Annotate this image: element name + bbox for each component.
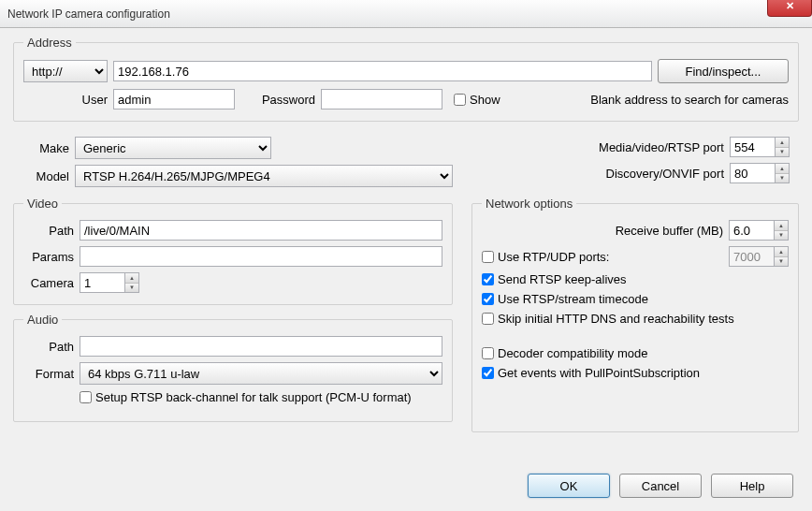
- backchannel-checkbox[interactable]: [80, 391, 92, 403]
- spinner-down-icon[interactable]: ▼: [125, 284, 138, 293]
- network-legend: Network options: [482, 197, 576, 211]
- help-button[interactable]: Help: [711, 474, 793, 498]
- video-path-label: Path: [23, 224, 74, 238]
- video-params-label: Params: [23, 250, 74, 264]
- onvif-port-label: Discovery/ONVIF port: [606, 167, 724, 181]
- spinner-down-icon[interactable]: ▼: [775, 231, 788, 241]
- audio-group: Audio Path Format 64 kbps G.711 u-law Se…: [13, 313, 453, 422]
- spinner-up-icon[interactable]: ▲: [776, 138, 789, 148]
- model-select[interactable]: RTSP H.264/H.265/MJPG/MPEG4: [75, 165, 453, 187]
- skip-dns-checkbox[interactable]: [482, 313, 494, 325]
- recv-buf-input[interactable]: [729, 220, 774, 241]
- spinner-up-icon[interactable]: ▲: [125, 273, 138, 284]
- make-label: Make: [22, 141, 69, 155]
- audio-path-label: Path: [23, 340, 74, 354]
- close-button[interactable]: ✕: [767, 0, 812, 17]
- spinner-down-icon: ▼: [775, 257, 788, 267]
- audio-format-label: Format: [23, 367, 74, 381]
- spinner-down-icon[interactable]: ▼: [776, 174, 789, 183]
- audio-path-input[interactable]: [80, 336, 442, 357]
- timecode-checkbox[interactable]: [482, 293, 494, 305]
- rtp-port-spinner: ▲▼: [729, 246, 789, 267]
- rtp-port-input: [729, 246, 774, 267]
- spinner-up-icon[interactable]: ▲: [775, 221, 788, 231]
- video-camera-label: Camera: [23, 276, 74, 290]
- keepalive-checkbox-label[interactable]: Send RTSP keep-alives: [482, 272, 627, 286]
- rtsp-port-input[interactable]: [730, 137, 775, 157]
- video-group: Video Path Params Camera ▲▼: [13, 197, 453, 305]
- rtsp-port-label: Media/video/RTSP port: [599, 140, 724, 154]
- camera-spinner[interactable]: ▲▼: [80, 272, 139, 293]
- audio-legend: Audio: [23, 313, 62, 327]
- close-icon: ✕: [786, 0, 794, 12]
- cancel-button[interactable]: Cancel: [619, 474, 702, 498]
- show-checkbox-label[interactable]: Show: [454, 93, 500, 107]
- protocol-select[interactable]: http://: [23, 60, 108, 82]
- password-input[interactable]: [321, 89, 442, 110]
- make-select[interactable]: Generic: [75, 137, 271, 159]
- timecode-checkbox-label[interactable]: Use RTSP/stream timecode: [482, 292, 648, 306]
- use-rtp-checkbox[interactable]: [482, 251, 494, 263]
- address-group: Address http:// Find/inspect... User Pas…: [13, 36, 799, 122]
- spinner-up-icon: ▲: [775, 247, 788, 257]
- pullpoint-checkbox[interactable]: [482, 367, 494, 379]
- user-input[interactable]: [113, 89, 235, 110]
- use-rtp-checkbox-label[interactable]: Use RTP/UDP ports:: [482, 250, 723, 264]
- address-legend: Address: [23, 36, 76, 50]
- decoder-compat-checkbox-label[interactable]: Decoder compatibility mode: [482, 346, 647, 360]
- rtsp-port-spinner[interactable]: ▲▼: [730, 137, 790, 157]
- spinner-down-icon[interactable]: ▼: [776, 148, 789, 157]
- ok-button[interactable]: OK: [528, 474, 610, 498]
- window-title: Network IP camera configuration: [7, 7, 170, 21]
- video-path-input[interactable]: [80, 220, 442, 241]
- user-label: User: [23, 93, 108, 107]
- address-input[interactable]: [113, 61, 652, 81]
- show-checkbox[interactable]: [454, 94, 466, 106]
- titlebar: Network IP camera configuration ✕: [0, 0, 812, 28]
- decoder-compat-checkbox[interactable]: [482, 347, 494, 359]
- camera-input[interactable]: [80, 272, 124, 293]
- video-params-input[interactable]: [80, 246, 442, 267]
- password-label: Password: [240, 93, 315, 107]
- onvif-port-spinner[interactable]: ▲▼: [730, 163, 790, 183]
- blank-hint: Blank address to search for cameras: [506, 93, 789, 107]
- spinner-up-icon[interactable]: ▲: [776, 164, 789, 174]
- network-options-group: Network options Receive buffer (MB) ▲▼ U…: [471, 197, 799, 432]
- audio-format-select[interactable]: 64 kbps G.711 u-law: [80, 362, 442, 385]
- keepalive-checkbox[interactable]: [482, 273, 494, 285]
- backchannel-checkbox-label[interactable]: Setup RTSP back-channel for talk support…: [80, 390, 412, 404]
- recv-buf-label: Receive buffer (MB): [616, 224, 723, 238]
- model-label: Model: [22, 169, 69, 183]
- pullpoint-checkbox-label[interactable]: Get events with PullPointSubscription: [482, 366, 700, 380]
- onvif-port-input[interactable]: [730, 163, 775, 183]
- video-legend: Video: [23, 197, 62, 211]
- recv-buf-spinner[interactable]: ▲▼: [729, 220, 789, 241]
- find-inspect-button[interactable]: Find/inspect...: [658, 59, 789, 83]
- skip-dns-checkbox-label[interactable]: Skip initial HTTP DNS and reachability t…: [482, 312, 734, 326]
